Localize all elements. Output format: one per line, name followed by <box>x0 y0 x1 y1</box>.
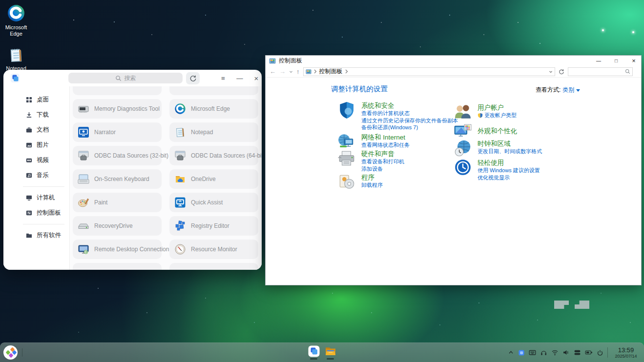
app-label: Notepad <box>191 129 213 136</box>
category-title[interactable]: 轻松使用 <box>478 159 540 166</box>
launcher-sidebar: 桌面 下载 文档 图片 视频 <box>3 86 69 270</box>
control-panel-search-input[interactable] <box>568 67 633 76</box>
category-title[interactable]: 用户帐户 <box>478 104 517 111</box>
category-link[interactable]: 查看网络状态和任务 <box>361 142 410 148</box>
category-link[interactable]: 更改日期、时间或数字格式 <box>478 148 542 155</box>
sidebar-item-videos[interactable]: 视频 <box>3 153 69 168</box>
app-tile-quick-assist[interactable]: Quick Assist <box>169 193 258 212</box>
category-ease-of-access: 轻松使用 使用 Windows 建议的设置 优化视觉显示 <box>454 158 540 181</box>
quick-assist-icon <box>174 197 186 208</box>
sidebar-item-pictures[interactable]: 图片 <box>3 138 69 153</box>
app-tile-narrator[interactable]: Narrator <box>73 122 162 142</box>
personalization-icon <box>454 122 472 141</box>
view-by-dropdown[interactable]: 查看方式: 类别 <box>536 86 580 94</box>
sidebar-item-all-apps[interactable]: 所有软件 <box>3 228 69 243</box>
category-link[interactable]: 卸载程序 <box>361 182 383 188</box>
tray-wifi-icon[interactable] <box>551 349 559 356</box>
category-link[interactable]: 查看设备和打印机 <box>361 159 404 165</box>
app-tile-onedrive[interactable]: OneDrive <box>169 169 258 189</box>
sidebar-separator <box>23 224 64 224</box>
tray-onboard-keyboard-icon[interactable] <box>529 349 536 356</box>
app-tile-memory-diagnostics-tool[interactable]: Memory Diagnostics Tool <box>73 99 162 119</box>
launcher-window: 搜索 ≡ — × 桌面 下载 文档 <box>3 70 262 270</box>
app-label: ODBC Data Sources (32-bit) <box>94 152 168 159</box>
launcher-dot <box>12 350 17 355</box>
category-title[interactable]: 时钟和区域 <box>478 140 542 147</box>
menu-button[interactable]: ≡ <box>217 70 229 86</box>
app-tile-partial[interactable] <box>169 86 258 95</box>
document-icon <box>26 127 32 133</box>
odbc-icon <box>174 150 186 161</box>
app-tile-registry-editor[interactable]: Registry Editor <box>169 216 258 236</box>
refresh-button[interactable] <box>186 72 200 84</box>
tray-volume-icon[interactable] <box>562 349 570 356</box>
search-input[interactable]: 搜索 <box>68 73 183 83</box>
refresh-icon[interactable] <box>559 69 564 75</box>
odbc-icon <box>78 150 89 161</box>
desktop-icon-edge[interactable]: Microsoft Edge <box>0 4 32 37</box>
taskbar-launcher-app-icon[interactable] <box>308 345 320 360</box>
app-tile-paint[interactable]: Paint <box>73 193 162 212</box>
history-chevron-icon[interactable] <box>289 70 293 74</box>
uac-shield-icon <box>478 113 483 118</box>
maximize-button[interactable]: □ <box>609 56 623 66</box>
app-tile-partial[interactable] <box>73 86 162 95</box>
sidebar-item-music[interactable]: 音乐 <box>3 168 69 183</box>
app-tile-odbc-64[interactable]: ODBC Data Sources (64-bit) <box>169 146 258 165</box>
close-button[interactable]: × <box>626 56 641 66</box>
tray-headset-icon[interactable] <box>540 349 547 356</box>
app-tile-odbc-32[interactable]: ODBC Data Sources (32-bit) <box>73 146 162 165</box>
minimize-button[interactable]: — <box>591 56 606 66</box>
app-tile-notepad[interactable]: Notepad <box>169 122 258 142</box>
close-button[interactable]: × <box>250 70 263 86</box>
sidebar-item-control-panel[interactable]: 控制面板 <box>3 205 69 221</box>
category-title[interactable]: 硬件和声音 <box>361 150 404 158</box>
minimize-button[interactable]: — <box>233 70 246 86</box>
sidebar-item-documents[interactable]: 文档 <box>3 122 69 138</box>
sidebar-item-desktop[interactable]: 桌面 <box>3 92 69 107</box>
sidebar-item-computer[interactable]: 计算机 <box>3 190 69 205</box>
app-label: Narrator <box>94 129 116 136</box>
breadcrumb-segment[interactable]: 控制面板 <box>319 67 343 76</box>
category-link[interactable]: 优化视觉显示 <box>478 175 540 181</box>
up-button[interactable]: ↑ <box>296 68 300 75</box>
app-tile-partial[interactable] <box>169 263 258 270</box>
paint-icon <box>78 197 89 208</box>
tray-battery-icon[interactable] <box>585 349 593 356</box>
desktop-icon-notepad[interactable]: Notepad <box>0 47 32 72</box>
category-link[interactable]: 添加设备 <box>361 166 404 172</box>
download-icon <box>26 112 32 118</box>
app-tile-recoverydrive[interactable]: RecoveryDrive <box>73 216 162 236</box>
forward-button[interactable]: → <box>279 68 286 75</box>
wallpaper-shape <box>575 301 589 309</box>
category-title[interactable]: 外观和个性化 <box>478 127 517 135</box>
breadcrumb[interactable]: 控制面板 <box>303 67 555 76</box>
taskbar-clock[interactable]: 13:59 2025/07/14 <box>612 347 640 359</box>
back-button[interactable]: ← <box>270 68 276 75</box>
app-tile-on-screen-keyboard[interactable]: On-Screen Keyboard <box>73 169 162 189</box>
tray-dock-icon[interactable] <box>574 349 581 356</box>
taskbar-file-manager-icon[interactable] <box>325 345 336 360</box>
category-link[interactable]: 更改帐户类型 <box>478 112 517 119</box>
category-link[interactable]: 使用 Windows 建议的设置 <box>478 167 540 174</box>
tray-app-window-icon[interactable] <box>518 349 525 356</box>
tray-expand-chevron-icon[interactable] <box>508 349 514 356</box>
category-title[interactable]: 程序 <box>361 174 383 181</box>
launcher-button[interactable] <box>3 345 18 360</box>
category-link[interactable]: 通过文件历史记录保存你的文件备份副本 <box>361 118 458 124</box>
app-tile-resource-monitor[interactable]: Resource Monitor <box>169 240 258 259</box>
app-tile-microsoft-edge[interactable]: Microsoft Edge <box>169 99 258 119</box>
category-link[interactable]: 查看你的计算机状态 <box>361 110 458 117</box>
category-title[interactable]: 网络和 Internet <box>361 134 410 141</box>
star-sparkle <box>602 29 604 31</box>
app-tile-remote-desktop[interactable]: Remote Desktop Connection <box>73 240 162 259</box>
app-label: RecoveryDrive <box>94 222 133 229</box>
address-dropdown-icon[interactable] <box>549 70 553 74</box>
category-system-security: 系统和安全 查看你的计算机状态 通过文件历史记录保存你的文件备份副本 备份和还原… <box>337 101 458 131</box>
launcher-app-grid: Memory Diagnostics Tool Microsoft Edge N… <box>69 86 262 270</box>
app-tile-partial[interactable] <box>73 263 162 270</box>
tray-power-icon[interactable] <box>597 349 603 356</box>
category-title[interactable]: 系统和安全 <box>361 102 458 109</box>
sidebar-item-downloads[interactable]: 下载 <box>3 107 69 122</box>
category-link[interactable]: 备份和还原(Windows 7) <box>361 124 458 131</box>
